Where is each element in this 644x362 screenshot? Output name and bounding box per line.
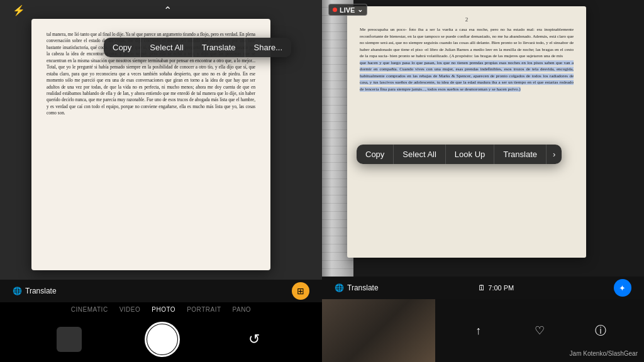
context-menu-right: Copy Select All Look Up Translate › [357, 145, 562, 164]
translate-label-left: Translate [25, 287, 57, 295]
live-text-icon: ✦ [619, 283, 626, 293]
top-bar-left: ⚡ ⌃ [0, 0, 322, 20]
context-menu-left: Copy Select All Translate Share... [104, 38, 291, 57]
mode-cinematic[interactable]: CINEMATIC [71, 306, 108, 313]
share-action-icon[interactable]: ↑ [469, 321, 489, 341]
translate-bar-left: 🌐 Translate ⊞ [0, 280, 322, 302]
live-chevron-icon: ⌄ [357, 6, 363, 14]
bottom-bar-left: 🌐 Translate ⊞ CINEMATIC VIDEO PHOTO PORT… [0, 280, 322, 362]
top-bar-right: LIVE ⌄ [328, 4, 638, 16]
select-all-button-left[interactable]: Select All [141, 38, 192, 57]
select-all-button-right[interactable]: Select All [394, 145, 445, 164]
live-dot-icon [333, 8, 337, 12]
preview-thumbnail[interactable] [322, 299, 435, 362]
camera-viewfinder-right: LIVE ⌄ 2 Me preocupaba un poco- foto iba… [322, 0, 644, 277]
lightning-icon[interactable]: ⚡ [13, 4, 25, 16]
translate-button-left[interactable]: Translate [193, 38, 245, 57]
live-text-btn-right[interactable]: ✦ [614, 279, 631, 297]
menu-more-arrow-icon[interactable]: › [547, 145, 562, 164]
thumb-image [322, 299, 435, 362]
shutter-button[interactable] [145, 322, 180, 357]
mode-photo[interactable]: PHOTO [152, 306, 175, 313]
left-camera-panel: ⚡ ⌃ tal manera, me lió tanto que al fina… [0, 0, 322, 362]
mode-video[interactable]: VIDEO [119, 306, 141, 313]
book-text-right-highlighted: que hacen y que luego pasa lo que pasan,… [360, 60, 574, 93]
last-photo-thumb[interactable] [57, 327, 82, 352]
translate-btn-right[interactable]: 🌐 Translate [335, 283, 379, 292]
highlighted-passage: que hacen y que luego pasa lo que pasan,… [360, 60, 574, 92]
scan-icon-left[interactable]: ⊞ [292, 282, 309, 300]
shutter-inner [147, 324, 177, 354]
translate-bar-right: 🌐 Translate 🗓 7:00 PM ✦ [322, 277, 644, 299]
camera-viewfinder-left: ⚡ ⌃ tal manera, me lió tanto que al fina… [0, 0, 322, 280]
heart-action-icon[interactable]: ♡ [530, 321, 550, 341]
copy-button-left[interactable]: Copy [104, 38, 141, 57]
time-badge: 🗓 7:00 PM [478, 283, 514, 292]
chevron-up-icon[interactable]: ⌃ [164, 4, 172, 16]
flip-camera-icon[interactable]: ↺ [243, 328, 265, 351]
calendar-icon: 🗓 [478, 283, 486, 292]
translate-icon-left: 🌐 [13, 287, 22, 295]
camera-modes: CINEMATIC VIDEO PHOTO PORTRAIT PANO [0, 302, 322, 317]
mode-pano[interactable]: PANO [233, 306, 252, 313]
copy-button-right[interactable]: Copy [357, 145, 394, 164]
book-page-right: 2 Me preocupaba un poco- foto iba a ser … [347, 6, 586, 258]
share-button-left[interactable]: Share... [245, 38, 292, 57]
info-action-icon[interactable]: ⓘ [591, 321, 611, 341]
bottom-bar-right: 🌐 Translate 🗓 7:00 PM ✦ ↑ ♡ ⓘ [322, 277, 644, 362]
translate-btn-left[interactable]: 🌐 Translate [13, 287, 57, 295]
right-camera-panel: LIVE ⌄ 2 Me preocupaba un poco- foto iba… [322, 0, 644, 362]
mode-portrait[interactable]: PORTRAIT [187, 306, 221, 313]
watermark: Jam Kotenko/SlashGear [570, 350, 638, 357]
translate-icon-right: 🌐 [335, 283, 344, 292]
translate-button-right[interactable]: Translate [494, 145, 547, 164]
page-number: 2 [360, 16, 574, 23]
live-badge[interactable]: LIVE ⌄ [328, 4, 367, 16]
live-label: LIVE [340, 6, 355, 14]
look-up-button[interactable]: Look Up [446, 145, 494, 164]
camera-controls: ↺ [0, 317, 322, 362]
translate-label-right: Translate [347, 283, 379, 292]
time-display: 7:00 PM [488, 284, 514, 292]
book-text-right-before: Me preocupaba un poco- foto iba a ser la… [360, 26, 574, 60]
